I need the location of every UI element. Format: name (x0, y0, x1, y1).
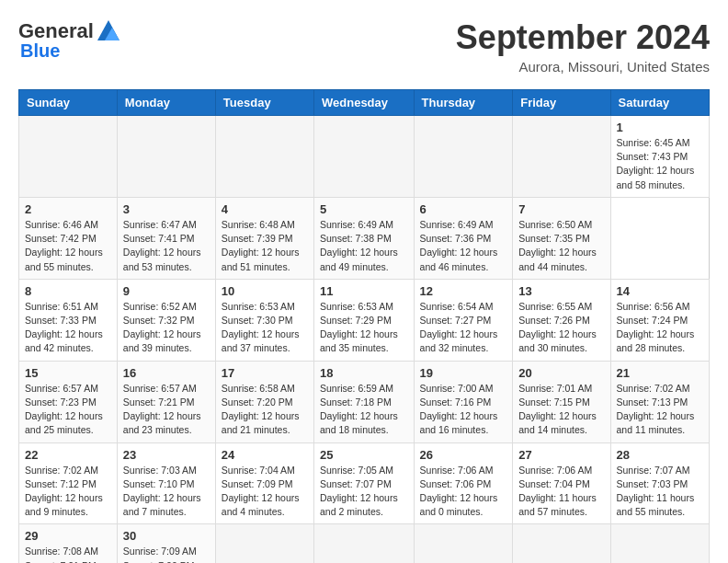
table-row: 14Sunrise: 6:56 AMSunset: 7:24 PMDayligh… (610, 279, 709, 361)
table-row (513, 116, 610, 198)
daylight: Daylight: 12 hours and 58 minutes. (617, 165, 695, 190)
sunset: Sunset: 7:06 PM (420, 478, 492, 489)
cell-content: Sunrise: 7:02 AMSunset: 7:13 PMDaylight:… (617, 382, 703, 438)
calendar-row: 29Sunrise: 7:08 AMSunset: 7:01 PMDayligh… (19, 524, 710, 563)
sunset: Sunset: 7:32 PM (123, 315, 195, 326)
cell-content: Sunrise: 6:50 AMSunset: 7:35 PMDaylight:… (518, 218, 604, 274)
day-number: 21 (617, 366, 703, 380)
daylight: Daylight: 11 hours and 55 minutes. (617, 492, 695, 517)
table-row: 28Sunrise: 7:07 AMSunset: 7:03 PMDayligh… (610, 442, 709, 524)
sunset: Sunset: 7:27 PM (420, 315, 492, 326)
daylight: Daylight: 12 hours and 51 minutes. (222, 247, 300, 271)
sunrise: Sunrise: 6:47 AM (123, 219, 197, 230)
daylight: Daylight: 12 hours and 2 minutes. (320, 492, 398, 517)
day-number: 2 (25, 202, 111, 216)
sunrise: Sunrise: 6:58 AM (222, 383, 295, 394)
sunset: Sunset: 7:41 PM (123, 233, 195, 244)
table-row: 15Sunrise: 6:57 AMSunset: 7:23 PMDayligh… (19, 361, 118, 442)
cell-content: Sunrise: 6:53 AMSunset: 7:30 PMDaylight:… (222, 300, 308, 356)
table-row: 13Sunrise: 6:55 AMSunset: 7:26 PMDayligh… (513, 279, 610, 361)
sunset: Sunset: 7:23 PM (25, 396, 97, 408)
col-friday: Friday (513, 90, 610, 116)
sunrise: Sunrise: 7:01 AM (518, 383, 592, 394)
cell-content: Sunrise: 7:07 AMSunset: 7:03 PMDaylight:… (617, 464, 703, 520)
sunset: Sunset: 7:21 PM (123, 396, 195, 408)
day-number: 8 (25, 284, 111, 298)
col-sunday: Sunday (19, 90, 118, 116)
daylight: Daylight: 12 hours and 16 minutes. (420, 410, 498, 435)
sunrise: Sunrise: 7:02 AM (25, 465, 98, 476)
day-number: 14 (617, 284, 703, 298)
table-row: 29Sunrise: 7:08 AMSunset: 7:01 PMDayligh… (19, 524, 118, 563)
col-saturday: Saturday (610, 90, 709, 116)
sunset: Sunset: 7:09 PM (222, 478, 293, 489)
daylight: Daylight: 12 hours and 39 minutes. (123, 328, 201, 353)
sunset: Sunset: 7:42 PM (25, 233, 97, 244)
table-row: 30Sunrise: 7:09 AMSunset: 7:00 PMDayligh… (117, 524, 215, 563)
cell-content: Sunrise: 6:56 AMSunset: 7:24 PMDaylight:… (617, 300, 703, 356)
daylight: Daylight: 12 hours and 55 minutes. (25, 247, 103, 271)
cell-content: Sunrise: 6:46 AMSunset: 7:42 PMDaylight:… (25, 218, 111, 274)
sunset: Sunset: 7:16 PM (420, 396, 492, 408)
sunrise: Sunrise: 6:51 AM (25, 301, 98, 312)
day-number: 20 (518, 366, 604, 380)
daylight: Daylight: 12 hours and 35 minutes. (320, 328, 398, 353)
cell-content: Sunrise: 7:03 AMSunset: 7:10 PMDaylight:… (123, 464, 210, 520)
table-row (513, 524, 610, 563)
logo-blue: Blue (20, 40, 60, 62)
location: Aurora, Missouri, United States (456, 59, 710, 75)
table-row: 2Sunrise: 6:46 AMSunset: 7:42 PMDaylight… (19, 197, 118, 279)
table-row: 19Sunrise: 7:00 AMSunset: 7:16 PMDayligh… (414, 361, 513, 442)
cell-content: Sunrise: 7:02 AMSunset: 7:12 PMDaylight:… (25, 464, 111, 520)
sunrise: Sunrise: 7:00 AM (420, 383, 494, 394)
table-row (215, 116, 313, 198)
sunrise: Sunrise: 7:09 AM (123, 546, 197, 557)
day-number: 19 (420, 366, 507, 380)
daylight: Daylight: 12 hours and 30 minutes. (518, 328, 597, 353)
calendar-row: 15Sunrise: 6:57 AMSunset: 7:23 PMDayligh… (19, 361, 710, 442)
logo-icon (96, 18, 121, 44)
cell-content: Sunrise: 6:49 AMSunset: 7:38 PMDaylight:… (320, 218, 408, 274)
day-number: 9 (123, 284, 210, 298)
table-row: 20Sunrise: 7:01 AMSunset: 7:15 PMDayligh… (513, 361, 610, 442)
sunset: Sunset: 7:15 PM (518, 396, 590, 408)
daylight: Daylight: 12 hours and 21 minutes. (222, 410, 300, 435)
calendar-row: 22Sunrise: 7:02 AMSunset: 7:12 PMDayligh… (19, 442, 710, 524)
table-row: 22Sunrise: 7:02 AMSunset: 7:12 PMDayligh… (19, 442, 118, 524)
col-tuesday: Tuesday (215, 90, 313, 116)
day-number: 28 (617, 448, 703, 462)
day-number: 7 (518, 202, 604, 216)
day-number: 30 (123, 529, 210, 543)
table-row (414, 524, 513, 563)
sunset: Sunset: 7:24 PM (617, 315, 688, 326)
sunset: Sunset: 7:12 PM (25, 478, 97, 489)
table-row: 10Sunrise: 6:53 AMSunset: 7:30 PMDayligh… (215, 279, 313, 361)
day-number: 4 (222, 202, 308, 216)
sunrise: Sunrise: 7:08 AM (25, 546, 98, 557)
table-row (314, 524, 415, 563)
calendar-row: 8Sunrise: 6:51 AMSunset: 7:33 PMDaylight… (19, 279, 710, 361)
cell-content: Sunrise: 6:55 AMSunset: 7:26 PMDaylight:… (518, 300, 604, 356)
table-row: 17Sunrise: 6:58 AMSunset: 7:20 PMDayligh… (215, 361, 313, 442)
sunset: Sunset: 7:30 PM (222, 315, 293, 326)
table-row: 5Sunrise: 6:49 AMSunset: 7:38 PMDaylight… (314, 197, 415, 279)
day-number: 16 (123, 366, 210, 380)
sunrise: Sunrise: 6:52 AM (123, 301, 197, 312)
sunrise: Sunrise: 7:05 AM (320, 465, 393, 476)
cell-content: Sunrise: 7:08 AMSunset: 7:01 PMDaylight:… (25, 545, 111, 563)
table-row (117, 116, 215, 198)
cell-content: Sunrise: 6:54 AMSunset: 7:27 PMDaylight:… (420, 300, 507, 356)
day-number: 6 (420, 202, 507, 216)
sunset: Sunset: 7:43 PM (617, 151, 688, 162)
table-row: 21Sunrise: 7:02 AMSunset: 7:13 PMDayligh… (610, 361, 709, 442)
sunrise: Sunrise: 7:06 AM (420, 465, 494, 476)
sunrise: Sunrise: 6:45 AM (617, 137, 690, 148)
sunrise: Sunrise: 6:46 AM (25, 219, 98, 230)
col-thursday: Thursday (414, 90, 513, 116)
sunset: Sunset: 7:38 PM (320, 233, 392, 244)
sunrise: Sunrise: 6:53 AM (222, 301, 295, 312)
sunrise: Sunrise: 6:50 AM (518, 219, 592, 230)
table-row: 24Sunrise: 7:04 AMSunset: 7:09 PMDayligh… (215, 442, 313, 524)
calendar-header-row: Sunday Monday Tuesday Wednesday Thursday… (19, 90, 710, 116)
sunset: Sunset: 7:04 PM (518, 478, 590, 489)
